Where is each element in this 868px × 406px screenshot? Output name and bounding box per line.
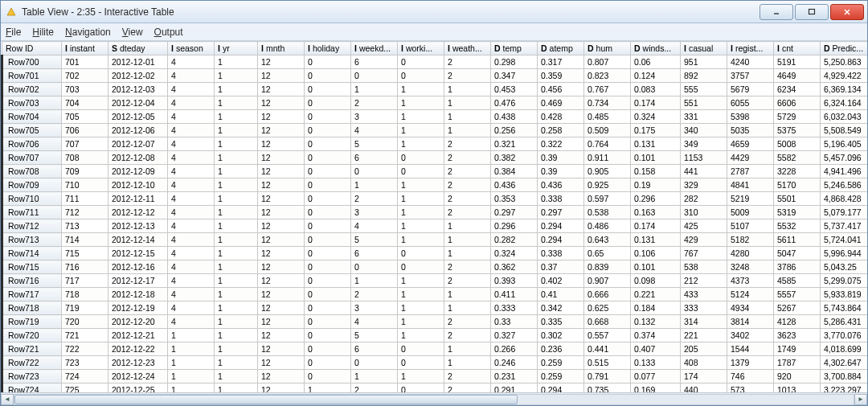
data-cell[interactable]: 0.807 <box>584 55 631 69</box>
data-cell[interactable]: 5,743.864 <box>821 301 868 315</box>
data-cell[interactable]: 2 <box>444 370 491 383</box>
data-cell[interactable]: 538 <box>681 260 727 274</box>
data-cell[interactable]: 4841 <box>727 178 774 192</box>
data-cell[interactable]: 0 <box>305 178 351 192</box>
data-cell[interactable]: 551 <box>681 96 727 110</box>
row-id-cell[interactable]: Row705 <box>2 124 62 137</box>
data-cell[interactable]: 1 <box>444 96 491 110</box>
data-cell[interactable]: 429 <box>681 233 727 247</box>
data-cell[interactable]: 4 <box>168 165 215 178</box>
data-cell[interactable]: 0 <box>305 315 351 329</box>
data-cell[interactable]: 12 <box>258 178 305 192</box>
table-row[interactable]: Row7237242012-12-24111201120.2310.2590.7… <box>2 370 868 383</box>
data-cell[interactable]: 0 <box>351 69 398 83</box>
data-cell[interactable]: 329 <box>681 178 727 192</box>
menu-output[interactable]: Output <box>154 27 183 38</box>
row-id-cell[interactable]: Row712 <box>2 219 62 233</box>
row-id-cell[interactable]: Row720 <box>2 329 62 342</box>
scroll-track[interactable] <box>14 394 854 405</box>
data-cell[interactable]: 1 <box>215 315 258 329</box>
data-cell[interactable]: 0.259 <box>538 370 584 383</box>
data-cell[interactable]: 5,043.25 <box>821 260 868 274</box>
data-cell[interactable]: 746 <box>727 370 774 383</box>
data-cell[interactable]: 0 <box>305 356 351 370</box>
data-cell[interactable]: 5107 <box>727 219 774 233</box>
data-cell[interactable]: 1 <box>398 301 444 315</box>
data-cell[interactable]: 0.302 <box>538 329 584 342</box>
data-cell[interactable]: 0.734 <box>584 96 631 110</box>
data-cell[interactable]: 1013 <box>774 383 821 393</box>
data-cell[interactable]: 892 <box>681 69 727 83</box>
data-cell[interactable]: 1 <box>215 247 258 260</box>
table-row[interactable]: Row7027032012-12-03411201110.4530.4560.7… <box>2 83 868 96</box>
data-cell[interactable]: 4240 <box>727 55 774 69</box>
data-cell[interactable]: 1 <box>215 260 258 274</box>
data-cell[interactable]: 1 <box>215 370 258 383</box>
data-cell[interactable]: 1 <box>215 124 258 137</box>
data-cell[interactable]: 4934 <box>727 301 774 315</box>
data-cell[interactable]: 0.767 <box>584 83 631 96</box>
data-cell[interactable]: 1379 <box>727 356 774 370</box>
data-cell[interactable]: 0 <box>398 383 444 393</box>
data-cell[interactable]: 1 <box>215 274 258 288</box>
data-cell[interactable]: 1 <box>351 370 398 383</box>
data-cell[interactable]: 0 <box>398 55 444 69</box>
data-cell[interactable]: 0 <box>305 342 351 356</box>
data-cell[interactable]: 713 <box>62 219 108 233</box>
data-cell[interactable]: 0.911 <box>584 151 631 165</box>
data-cell[interactable]: 2012-12-06 <box>108 124 168 137</box>
data-cell[interactable]: 0 <box>398 151 444 165</box>
data-cell[interactable]: 0.925 <box>584 178 631 192</box>
data-cell[interactable]: 0.453 <box>491 83 538 96</box>
data-cell[interactable]: 1544 <box>727 342 774 356</box>
data-cell[interactable]: 0.317 <box>538 55 584 69</box>
data-cell[interactable]: 1 <box>215 356 258 370</box>
table-row[interactable]: Row7137142012-12-14411205110.2820.2940.6… <box>2 233 868 247</box>
data-cell[interactable]: 6 <box>351 247 398 260</box>
data-cell[interactable]: 0.256 <box>491 124 538 137</box>
table-row[interactable]: Row7087092012-12-09411200020.3840.390.90… <box>2 165 868 178</box>
horizontal-scrollbar[interactable]: ◄ ► <box>1 392 867 405</box>
data-cell[interactable]: 1 <box>444 247 491 260</box>
data-cell[interactable]: 0 <box>305 124 351 137</box>
data-cell[interactable]: 1 <box>398 192 444 206</box>
data-cell[interactable]: 2012-12-19 <box>108 301 168 315</box>
data-cell[interactable]: 4 <box>168 301 215 315</box>
data-cell[interactable]: 0.625 <box>584 301 631 315</box>
data-cell[interactable]: 12 <box>258 383 305 393</box>
data-cell[interactable]: 0 <box>305 192 351 206</box>
data-cell[interactable]: 0.282 <box>491 233 538 247</box>
scroll-right-button[interactable]: ► <box>854 394 867 405</box>
data-cell[interactable]: 0.327 <box>491 329 538 342</box>
table-row[interactable]: Row7247252012-12-25111212020.2910.2940.7… <box>2 383 868 393</box>
data-cell[interactable]: 0.338 <box>538 192 584 206</box>
data-cell[interactable]: 701 <box>62 55 108 69</box>
data-cell[interactable]: 1 <box>351 83 398 96</box>
data-cell[interactable]: 0.297 <box>491 206 538 219</box>
data-cell[interactable]: 1 <box>444 342 491 356</box>
data-cell[interactable]: 4585 <box>774 274 821 288</box>
row-id-cell[interactable]: Row716 <box>2 274 62 288</box>
data-cell[interactable]: 1 <box>398 83 444 96</box>
data-cell[interactable]: 0.321 <box>491 137 538 151</box>
data-cell[interactable]: 0 <box>305 274 351 288</box>
data-cell[interactable]: 0.296 <box>491 219 538 233</box>
data-cell[interactable]: 0 <box>305 165 351 178</box>
data-cell[interactable]: 3757 <box>727 69 774 83</box>
data-cell[interactable]: 1 <box>398 124 444 137</box>
data-cell[interactable]: 1 <box>215 83 258 96</box>
data-cell[interactable]: 6 <box>351 151 398 165</box>
data-cell[interactable]: 1 <box>168 356 215 370</box>
close-button[interactable] <box>830 4 864 20</box>
data-cell[interactable]: 6055 <box>727 96 774 110</box>
data-cell[interactable]: 0 <box>398 342 444 356</box>
data-cell[interactable]: 1 <box>215 206 258 219</box>
data-cell[interactable]: 0.158 <box>631 165 681 178</box>
data-cell[interactable]: 4 <box>168 233 215 247</box>
data-cell[interactable]: 702 <box>62 69 108 83</box>
data-cell[interactable]: 5679 <box>727 83 774 96</box>
data-cell[interactable]: 1 <box>398 110 444 124</box>
data-cell[interactable]: 0.294 <box>538 219 584 233</box>
row-id-cell[interactable]: Row717 <box>2 288 62 301</box>
data-cell[interactable]: 2 <box>444 315 491 329</box>
